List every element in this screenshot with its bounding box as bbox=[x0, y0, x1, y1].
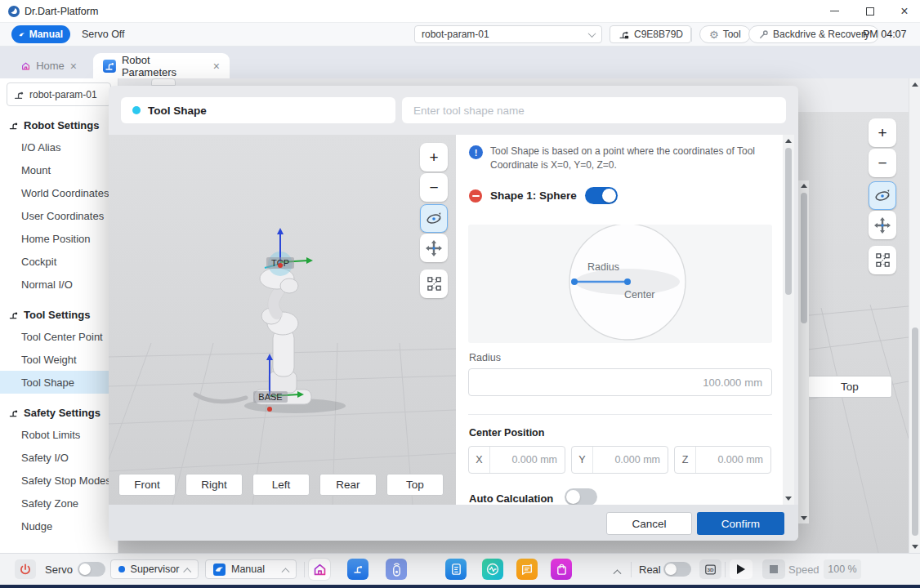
cyan-dot-icon bbox=[132, 106, 141, 114]
pan-icon bbox=[426, 240, 442, 256]
view-right-button[interactable]: Right bbox=[185, 474, 243, 496]
sidebar-item-robot-limits[interactable]: Robot Limits bbox=[0, 423, 118, 446]
bg-zoom-out-button[interactable]: − bbox=[869, 149, 896, 177]
clock: PM 04:07 bbox=[863, 29, 907, 40]
sidebar-item-safety-zone[interactable]: Safety Zone bbox=[0, 492, 118, 514]
auto-calculation-toggle[interactable] bbox=[565, 488, 597, 505]
center-y-input[interactable]: Y 0.000 mm bbox=[571, 446, 668, 474]
sidebar-item-normal-io[interactable]: Normal I/O bbox=[0, 273, 118, 296]
minimize-button[interactable] bbox=[820, 0, 848, 22]
app-logo-icon bbox=[8, 6, 20, 17]
sidebar-param-header[interactable]: robot-param-01 bbox=[7, 82, 111, 106]
sidebar-section-tool-settings: Tool Settings bbox=[0, 304, 118, 325]
modal-zoom-out-button[interactable]: − bbox=[420, 173, 448, 202]
sidebar-item-tool-shape[interactable]: Tool Shape bbox=[0, 371, 118, 394]
app-teach-pendant[interactable] bbox=[386, 559, 407, 580]
sidebar-item-io-alias[interactable]: I/O Alias bbox=[0, 136, 118, 158]
tab-robot-parameters[interactable]: Robot Parameters × bbox=[93, 53, 230, 78]
bg-measure-tool-button[interactable] bbox=[869, 246, 896, 274]
view-front-button[interactable]: Front bbox=[118, 474, 176, 496]
pendant-icon bbox=[391, 563, 403, 577]
sidebar-item-tool-center-point[interactable]: Tool Center Point bbox=[0, 325, 118, 348]
modal-3d-viewport[interactable]: TCP BASE + − bbox=[109, 135, 456, 505]
robot-icon bbox=[8, 120, 19, 131]
app-program[interactable] bbox=[445, 559, 467, 580]
sidebar-section-robot-settings: Robot Settings bbox=[0, 114, 118, 136]
app-store[interactable] bbox=[551, 559, 572, 580]
dr-dart-platform-window: Dr.Dart-Platform × Manual Servo Off robo… bbox=[0, 0, 920, 588]
modal-pan-tool-button[interactable] bbox=[420, 234, 448, 262]
speed-value[interactable]: 100 % bbox=[824, 559, 861, 579]
view-top-button[interactable]: Top bbox=[386, 474, 444, 496]
titlebar: Dr.Dart-Platform × bbox=[0, 0, 920, 23]
sidebar-item-cockpit[interactable]: Cockpit bbox=[0, 250, 118, 273]
mode-select[interactable]: Manual bbox=[205, 559, 297, 579]
modal-measure-tool-button[interactable] bbox=[420, 270, 448, 298]
tool-button[interactable]: ⚙ Tool bbox=[699, 25, 751, 43]
sidebar-item-user-coordinates[interactable]: User Coordinates bbox=[0, 204, 118, 227]
play-button[interactable] bbox=[730, 559, 753, 579]
diagram-center-label: Center bbox=[624, 289, 655, 301]
backdrive-recovery-button[interactable]: Backdrive & Recovery bbox=[748, 25, 879, 43]
close-button[interactable]: × bbox=[891, 0, 918, 22]
sidebar-item-safety-io[interactable]: Safety I/O bbox=[0, 446, 118, 469]
shape-1-toggle[interactable] bbox=[585, 187, 618, 204]
center-z-input[interactable]: Z 0.000 mm bbox=[674, 446, 771, 474]
tab-close-icon[interactable]: × bbox=[70, 60, 77, 73]
robot-scene: TCP BASE bbox=[109, 135, 456, 505]
view-rear-button[interactable]: Rear bbox=[319, 474, 377, 496]
servo-toggle[interactable] bbox=[78, 562, 105, 577]
sidebar-item-mount[interactable]: Mount bbox=[0, 158, 118, 181]
sidebar-item-safety-stop-modes[interactable]: Safety Stop Modes bbox=[0, 469, 118, 492]
status-bar: Servo Supervisor Manual bbox=[0, 553, 920, 585]
role-select[interactable]: Supervisor bbox=[110, 559, 199, 579]
tab-close-icon[interactable]: × bbox=[213, 60, 220, 73]
sidebar-item-nudge[interactable]: Nudge bbox=[0, 514, 118, 537]
page-scrollbar[interactable] bbox=[909, 78, 920, 553]
modal-zoom-in-button[interactable]: + bbox=[420, 143, 448, 172]
pan-icon bbox=[874, 217, 891, 234]
maximize-button[interactable] bbox=[856, 0, 884, 22]
radius-input[interactable]: 100.000 mm bbox=[468, 368, 772, 396]
shape-settings-panel: ! Tool Shape is based on a point where t… bbox=[456, 135, 783, 505]
center-x-input[interactable]: X 0.000 mm bbox=[468, 446, 565, 474]
sidebar-item-world-coordinates[interactable]: World Coordinates bbox=[0, 181, 118, 204]
bg-zoom-in-button[interactable]: + bbox=[869, 118, 896, 147]
shopping-bag-icon bbox=[556, 563, 568, 576]
bg-view-top-button[interactable]: Top bbox=[807, 376, 892, 398]
parameter-select[interactable]: robot-param-01 bbox=[414, 25, 602, 43]
stop-button[interactable] bbox=[762, 559, 785, 579]
remove-shape-icon[interactable] bbox=[469, 189, 482, 203]
app-messages[interactable] bbox=[516, 559, 538, 580]
bg-pan-tool-button[interactable] bbox=[869, 211, 896, 239]
sidebar-section-safety-settings: Safety Settings bbox=[0, 402, 118, 423]
cancel-button[interactable]: Cancel bbox=[606, 512, 692, 535]
dock-collapse-icon[interactable] bbox=[614, 569, 622, 577]
app-home[interactable] bbox=[309, 559, 330, 580]
dialog-footer: Cancel Confirm bbox=[109, 505, 798, 541]
real-mode-label: Real bbox=[639, 564, 661, 576]
simulator-3d-button[interactable]: 3D bbox=[699, 559, 721, 579]
real-mode-toggle[interactable] bbox=[663, 562, 691, 577]
radius-label: Radius bbox=[469, 352, 501, 363]
3d-view-icon: 3D bbox=[704, 564, 717, 576]
mode-manual-button[interactable]: Manual bbox=[11, 25, 70, 43]
sidebar-item-tool-weight[interactable]: Tool Weight bbox=[0, 348, 118, 371]
view-left-button[interactable]: Left bbox=[252, 474, 310, 496]
servo-status-text: Servo Off bbox=[82, 29, 125, 40]
sidebar-item-home-position[interactable]: Home Position bbox=[0, 227, 118, 250]
panel-scrollbar[interactable] bbox=[783, 135, 794, 505]
app-robot-parameters[interactable] bbox=[347, 559, 368, 580]
app-monitoring[interactable] bbox=[482, 559, 503, 580]
confirm-button[interactable]: Confirm bbox=[697, 512, 784, 535]
device-id-box[interactable]: C9E8B79D bbox=[610, 25, 691, 43]
bg-orbit-tool-button[interactable] bbox=[869, 181, 896, 210]
dialog-title: Tool Shape bbox=[121, 97, 395, 123]
tab-home[interactable]: Home × bbox=[11, 53, 87, 78]
modal-orbit-tool-button[interactable] bbox=[420, 204, 448, 233]
robot-icon bbox=[8, 408, 19, 418]
tool-shape-name-input[interactable] bbox=[402, 97, 786, 123]
background-scrollbar[interactable] bbox=[798, 180, 809, 523]
servo-label: Servo bbox=[45, 564, 73, 576]
power-button[interactable] bbox=[15, 559, 36, 579]
